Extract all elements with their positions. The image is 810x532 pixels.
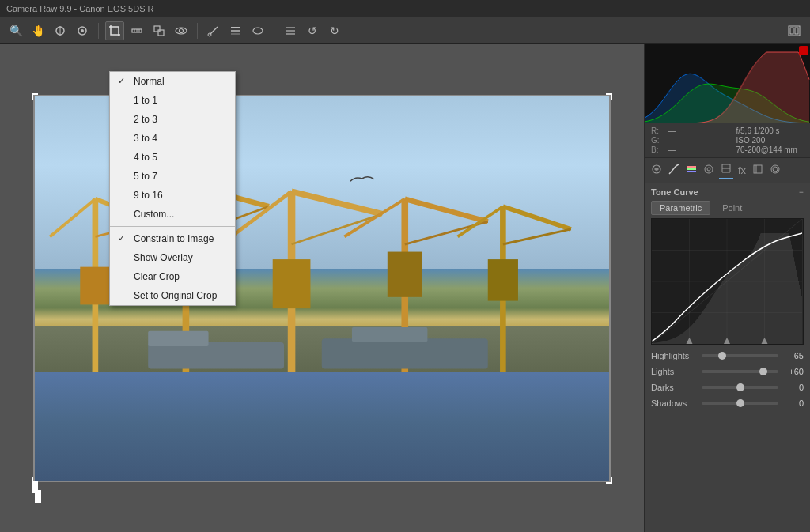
crop-handle-bottom-left[interactable] — [32, 477, 38, 484]
titlebar: Camera Raw 9.9 - Canon EOS 5DS R — [0, 0, 810, 17]
histogram-canvas — [645, 44, 810, 123]
menu-item-set-original[interactable]: Set to Original Crop — [110, 286, 235, 305]
svg-line-53 — [458, 206, 503, 236]
iso-value: ISO 200 — [736, 136, 804, 145]
transform-tool[interactable] — [150, 21, 168, 40]
svg-rect-67 — [754, 165, 762, 173]
color-sampler-tool[interactable] — [73, 21, 92, 40]
svg-point-16 — [180, 28, 184, 32]
menu-item-3to4[interactable]: 3 to 4 — [110, 129, 235, 148]
sliders-section: Highlights -65 Lights +60 Darks — [645, 345, 810, 421]
tone-curve-expand[interactable]: ≡ — [799, 188, 804, 197]
menu-item-constrain[interactable]: Constrain to Image — [110, 229, 235, 248]
presets-icon[interactable] — [751, 162, 765, 179]
svg-rect-61 — [687, 166, 696, 168]
tab-parametric[interactable]: Parametric — [651, 201, 710, 215]
adjustment-brush-tool[interactable] — [204, 21, 223, 40]
menu-item-1to1[interactable]: 1 to 1 — [110, 91, 235, 110]
histogram-warning[interactable] — [799, 46, 808, 55]
zoom-tool[interactable]: 🔍 — [6, 21, 25, 40]
crop-handle-top-right[interactable] — [606, 93, 612, 100]
detail-panel-icon[interactable] — [702, 162, 716, 179]
radial-filter-tool[interactable] — [248, 21, 267, 40]
rotate-ccw-tool[interactable]: ↺ — [303, 21, 322, 40]
darks-track — [702, 386, 778, 389]
svg-rect-62 — [687, 168, 696, 170]
lens-value: 70-200@144 mm — [736, 145, 804, 154]
rotate-cw-tool[interactable]: ↻ — [325, 21, 344, 40]
g-label: G: — [651, 136, 667, 145]
separator-2 — [197, 23, 198, 39]
red-eye-tool[interactable] — [172, 21, 191, 40]
crop-handle-top-left[interactable] — [32, 93, 38, 100]
histogram — [645, 44, 810, 123]
tab-point[interactable]: Point — [713, 201, 751, 215]
menu-item-normal[interactable]: Normal — [110, 72, 235, 91]
lights-thumb[interactable] — [759, 368, 767, 375]
svg-rect-45 — [273, 259, 311, 308]
bird — [350, 172, 375, 191]
lights-track — [702, 370, 778, 373]
filmstrip-toggle[interactable] — [785, 21, 804, 40]
right-panel: R: — f/5,6 1/200 s G: — ISO 200 B: — 70-… — [644, 44, 810, 532]
svg-point-64 — [705, 165, 713, 173]
panel-icons: fx — [645, 158, 810, 183]
canvas-area: Normal 1 to 1 2 to 3 3 to 4 4 to 5 5 to … — [0, 44, 644, 532]
tone-curve-canvas — [652, 219, 802, 344]
hsl-panel-icon[interactable] — [684, 162, 698, 179]
crop-handle-left-mid[interactable] — [35, 490, 41, 496]
graduated-filter-tool[interactable] — [226, 21, 245, 40]
tone-curve-panel-icon[interactable] — [667, 162, 681, 179]
menu-item-9to16[interactable]: 9 to 16 — [110, 186, 235, 205]
tone-curve-canvas-container — [651, 218, 804, 345]
darks-row: Darks 0 — [651, 383, 804, 392]
highlights-thumb[interactable] — [718, 352, 726, 360]
menu-item-show-overlay[interactable]: Show Overlay — [110, 248, 235, 267]
separator-3 — [274, 23, 274, 39]
crop-handle-right-mid[interactable] — [35, 496, 41, 503]
basic-panel-icon[interactable] — [649, 162, 664, 179]
white-balance-tool[interactable] — [51, 21, 70, 40]
svg-rect-56 — [148, 342, 284, 368]
hand-tool[interactable]: 🤚 — [28, 21, 47, 40]
separator-1 — [98, 23, 99, 39]
svg-rect-34 — [80, 267, 110, 305]
svg-line-44 — [292, 214, 383, 244]
menu-item-2to3[interactable]: 2 to 3 — [110, 110, 235, 129]
b-label: B: — [651, 145, 667, 154]
darks-thumb[interactable] — [736, 383, 744, 391]
effects-panel-icon[interactable] — [719, 161, 733, 179]
straighten-tool[interactable] — [127, 21, 146, 40]
r-label: R: — [651, 126, 667, 135]
highlights-value: -65 — [782, 351, 804, 360]
snapshots-icon[interactable] — [768, 162, 782, 179]
camera-calibration-icon[interactable]: fx — [736, 163, 748, 178]
svg-line-42 — [292, 191, 383, 214]
svg-rect-4 — [111, 27, 119, 35]
svg-line-47 — [405, 199, 488, 222]
r-dash: — — [668, 126, 736, 135]
svg-rect-58 — [148, 331, 208, 346]
app-title: Camera Raw 9.9 - Canon EOS 5DS R — [6, 4, 153, 13]
darks-label: Darks — [651, 383, 698, 392]
crop-handle-bottom-right[interactable] — [606, 477, 612, 484]
menu-item-clear-crop[interactable]: Clear Crop — [110, 267, 235, 286]
shadows-label: Shadows — [651, 398, 698, 408]
lights-value: +60 — [782, 367, 804, 376]
tone-curve-title: Tone Curve — [651, 187, 698, 197]
crop-tool[interactable] — [105, 21, 124, 40]
lights-row: Lights +60 — [651, 367, 804, 376]
tone-curve-section: Tone Curve ≡ Parametric Point Highlights… — [645, 183, 810, 532]
svg-rect-27 — [790, 28, 793, 34]
g-dash: — — [668, 136, 736, 145]
menu-item-5to7[interactable]: 5 to 7 — [110, 167, 235, 186]
svg-point-22 — [253, 28, 263, 34]
shadows-thumb[interactable] — [736, 399, 744, 407]
svg-rect-13 — [154, 26, 160, 32]
svg-rect-63 — [687, 171, 696, 172]
menu-separator — [110, 226, 235, 227]
menu-item-4to5[interactable]: 4 to 5 — [110, 148, 235, 167]
preferences-tool[interactable] — [281, 21, 300, 40]
menu-item-custom[interactable]: Custom... — [110, 205, 235, 224]
b-dash: — — [668, 145, 736, 154]
